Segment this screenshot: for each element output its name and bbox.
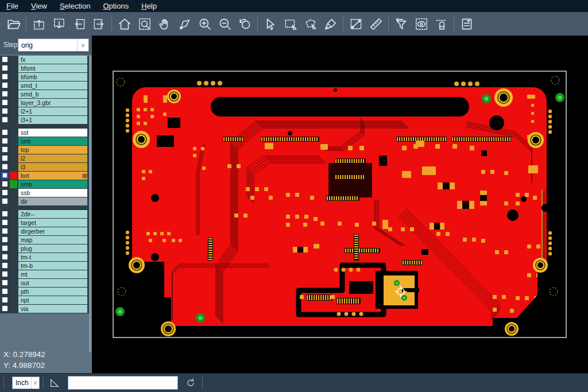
layer-name[interactable]: ssb — [18, 189, 87, 197]
layer-row-smt[interactable]: smt — [0, 137, 89, 145]
layer-row-l2[interactable]: l2 — [0, 154, 89, 162]
layer-row-smb[interactable]: smb — [0, 180, 89, 188]
layer-checkbox[interactable] — [2, 236, 8, 243]
layer-row-mt[interactable]: mt — [0, 270, 89, 278]
layer-row-top[interactable]: top — [0, 146, 89, 154]
layer-row-bfsmb[interactable]: bfsmb — [0, 73, 89, 81]
layer-checkbox[interactable] — [2, 211, 8, 217]
tool-measure-line-icon[interactable] — [346, 14, 366, 34]
layer-checkbox[interactable] — [2, 271, 8, 277]
layer-name[interactable]: layer_3.gbr — [18, 99, 87, 107]
unit-select[interactable]: Inch ˅ — [12, 377, 40, 389]
tool-select-polygon-icon[interactable] — [300, 14, 320, 34]
layer-row-sst[interactable]: sst — [0, 129, 89, 137]
pcb-canvas[interactable] — [92, 36, 588, 373]
layer-row-smd_t[interactable]: smd_t — [0, 81, 89, 90]
layer-name[interactable]: top — [18, 146, 87, 154]
layer-name[interactable]: l2+1 — [18, 107, 87, 115]
layer-list-scrollbar[interactable] — [89, 56, 91, 352]
menu-item-options[interactable]: Options — [96, 0, 135, 12]
layer-name[interactable]: 2dir-- — [18, 210, 87, 218]
layer-name[interactable]: pth — [18, 288, 87, 296]
layer-name[interactable]: npt — [18, 296, 87, 304]
layer-name[interactable]: sst — [18, 129, 87, 137]
layer-name[interactable]: via — [18, 305, 87, 313]
tool-zoom-out-icon[interactable] — [215, 14, 235, 34]
tool-filter-icon[interactable] — [391, 14, 411, 34]
layer-checkbox[interactable] — [2, 108, 8, 114]
menu-item-selection[interactable]: Selection — [53, 0, 96, 12]
layer-row-ssb[interactable]: ssb — [0, 189, 89, 197]
layer-name[interactable]: l3 — [18, 163, 87, 171]
layer-row-map[interactable]: map — [0, 236, 89, 244]
layer-checkbox[interactable] — [2, 56, 8, 63]
layer-row-l3[interactable]: l3 — [0, 163, 89, 171]
layer-row-fx[interactable]: fx — [0, 56, 89, 64]
layer-name[interactable]: smd_t — [18, 81, 87, 90]
layer-checkbox[interactable] — [2, 262, 8, 269]
layer-row-plug[interactable]: plug — [0, 244, 89, 253]
layer-checkbox[interactable] — [2, 245, 8, 251]
layer-name[interactable]: fx — [18, 56, 87, 64]
layer-row-npt[interactable]: npt — [0, 296, 89, 304]
layer-checkbox[interactable] — [2, 172, 8, 178]
layer-row-bfsmt[interactable]: bfsmt — [0, 64, 89, 72]
layer-row-dir[interactable]: dir — [0, 197, 89, 205]
layer-checkbox[interactable] — [2, 129, 8, 135]
layer-name[interactable]: target — [18, 219, 87, 227]
layer-name[interactable]: bfsmt — [18, 64, 87, 72]
layer-name[interactable]: tm-b — [18, 262, 87, 270]
tool-step-up-icon[interactable] — [29, 14, 49, 34]
refresh-icon[interactable] — [183, 376, 199, 390]
layer-name[interactable]: bot — [18, 172, 87, 180]
layer-checkbox[interactable] — [2, 73, 8, 80]
tool-open-file-icon[interactable] — [3, 14, 24, 34]
layer-checkbox[interactable] — [2, 99, 8, 106]
tool-step-left-icon[interactable] — [69, 14, 89, 34]
layer-row-2dir--[interactable]: 2dir-- — [0, 210, 89, 218]
tool-home-view-icon[interactable] — [114, 14, 134, 34]
layer-checkbox[interactable] — [2, 219, 8, 226]
tool-pan-hand-icon[interactable] — [154, 14, 175, 34]
tool-step-right-icon[interactable] — [89, 14, 109, 34]
layer-row-target[interactable]: target — [0, 219, 89, 227]
menu-item-file[interactable]: File — [0, 0, 25, 12]
layer-name[interactable]: smb — [18, 180, 87, 188]
layer-name[interactable]: l3+1 — [18, 116, 87, 124]
layer-name[interactable]: bfsmb — [18, 73, 87, 81]
tool-panel-list-icon[interactable] — [457, 14, 477, 34]
layer-row-tm-b[interactable]: tm-b — [0, 262, 89, 270]
layer-checkbox[interactable] — [2, 297, 8, 303]
layer-checkbox[interactable] — [2, 198, 8, 204]
tool-select-rect-icon[interactable] — [280, 14, 300, 34]
layer-row-layer_3.gbr[interactable]: layer_3.gbr — [0, 99, 89, 107]
layer-name[interactable]: smt — [18, 137, 87, 145]
layer-name[interactable]: plug — [18, 244, 87, 253]
command-input[interactable] — [68, 376, 178, 390]
tool-zoom-polygon-icon[interactable] — [175, 14, 195, 34]
layer-row-l2+1[interactable]: l2+1 — [0, 107, 89, 115]
layer-name[interactable]: dirgerber — [18, 227, 87, 235]
layer-row-pth[interactable]: pth — [0, 288, 89, 296]
layer-checkbox[interactable] — [2, 288, 8, 294]
layer-checkbox[interactable] — [2, 181, 8, 187]
layer-checkbox[interactable] — [2, 228, 8, 234]
tool-view-eye-icon[interactable] — [411, 14, 431, 34]
layer-checkbox[interactable] — [2, 280, 8, 286]
layer-checkbox[interactable] — [2, 117, 8, 123]
layer-checkbox[interactable] — [2, 189, 8, 196]
tool-brush-icon[interactable] — [320, 14, 341, 34]
tool-zoom-window-icon[interactable] — [134, 14, 154, 34]
layer-row-l3+1[interactable]: l3+1 — [0, 116, 89, 124]
layer-row-out[interactable]: out — [0, 279, 89, 287]
tool-select-cursor-icon[interactable] — [260, 14, 280, 34]
layer-checkbox[interactable] — [2, 164, 8, 170]
layer-checkbox[interactable] — [2, 65, 8, 71]
layer-name[interactable]: out — [18, 279, 87, 287]
menu-item-help[interactable]: Help — [135, 0, 163, 12]
tool-zoom-in-icon[interactable] — [195, 14, 215, 34]
layer-name[interactable]: l2 — [18, 154, 87, 162]
layer-row-tm-t[interactable]: tm-t — [0, 253, 89, 261]
layer-name[interactable]: tm-t — [18, 253, 87, 261]
layer-row-smd_b[interactable]: smd_b — [0, 90, 89, 98]
